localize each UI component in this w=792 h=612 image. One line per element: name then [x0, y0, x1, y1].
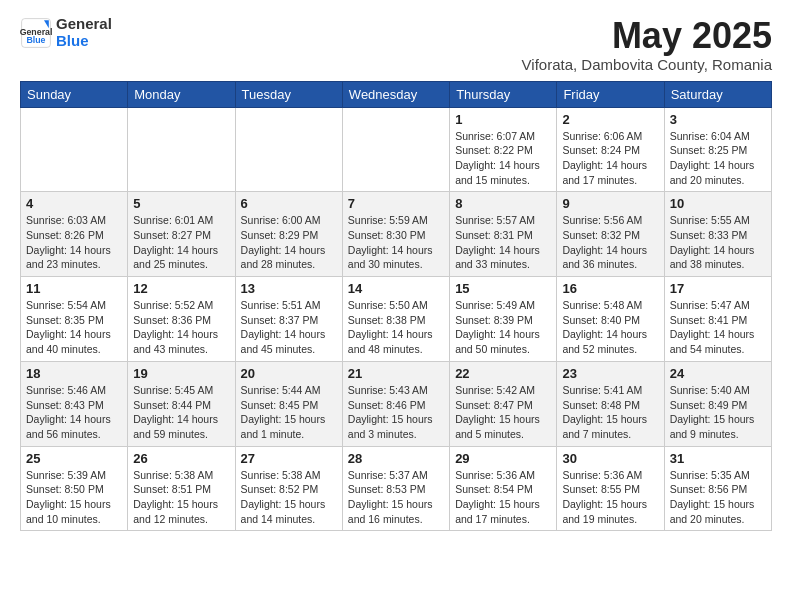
- day-number: 12: [133, 281, 229, 296]
- table-row: 28Sunrise: 5:37 AM Sunset: 8:53 PM Dayli…: [342, 446, 449, 531]
- day-detail: Sunrise: 5:47 AM Sunset: 8:41 PM Dayligh…: [670, 298, 766, 357]
- day-number: 29: [455, 451, 551, 466]
- day-detail: Sunrise: 5:46 AM Sunset: 8:43 PM Dayligh…: [26, 383, 122, 442]
- day-detail: Sunrise: 5:55 AM Sunset: 8:33 PM Dayligh…: [670, 213, 766, 272]
- table-row: 4Sunrise: 6:03 AM Sunset: 8:26 PM Daylig…: [21, 192, 128, 277]
- table-row: 25Sunrise: 5:39 AM Sunset: 8:50 PM Dayli…: [21, 446, 128, 531]
- table-row: 1Sunrise: 6:07 AM Sunset: 8:22 PM Daylig…: [450, 107, 557, 192]
- table-row: 12Sunrise: 5:52 AM Sunset: 8:36 PM Dayli…: [128, 277, 235, 362]
- day-number: 31: [670, 451, 766, 466]
- day-number: 27: [241, 451, 337, 466]
- table-row: 26Sunrise: 5:38 AM Sunset: 8:51 PM Dayli…: [128, 446, 235, 531]
- table-row: 9Sunrise: 5:56 AM Sunset: 8:32 PM Daylig…: [557, 192, 664, 277]
- day-detail: Sunrise: 5:43 AM Sunset: 8:46 PM Dayligh…: [348, 383, 444, 442]
- col-sunday: Sunday: [21, 81, 128, 107]
- location: Viforata, Dambovita County, Romania: [522, 56, 772, 73]
- calendar-header-row: Sunday Monday Tuesday Wednesday Thursday…: [21, 81, 772, 107]
- table-row: 19Sunrise: 5:45 AM Sunset: 8:44 PM Dayli…: [128, 361, 235, 446]
- day-detail: Sunrise: 6:03 AM Sunset: 8:26 PM Dayligh…: [26, 213, 122, 272]
- title-block: May 2025 Viforata, Dambovita County, Rom…: [522, 16, 772, 73]
- table-row: 27Sunrise: 5:38 AM Sunset: 8:52 PM Dayli…: [235, 446, 342, 531]
- day-number: 17: [670, 281, 766, 296]
- table-row: 7Sunrise: 5:59 AM Sunset: 8:30 PM Daylig…: [342, 192, 449, 277]
- day-detail: Sunrise: 5:38 AM Sunset: 8:51 PM Dayligh…: [133, 468, 229, 527]
- day-detail: Sunrise: 5:51 AM Sunset: 8:37 PM Dayligh…: [241, 298, 337, 357]
- day-number: 4: [26, 196, 122, 211]
- day-number: 3: [670, 112, 766, 127]
- table-row: 15Sunrise: 5:49 AM Sunset: 8:39 PM Dayli…: [450, 277, 557, 362]
- day-number: 9: [562, 196, 658, 211]
- day-number: 18: [26, 366, 122, 381]
- logo-text: General Blue: [56, 16, 112, 49]
- day-detail: Sunrise: 5:39 AM Sunset: 8:50 PM Dayligh…: [26, 468, 122, 527]
- table-row: 11Sunrise: 5:54 AM Sunset: 8:35 PM Dayli…: [21, 277, 128, 362]
- day-detail: Sunrise: 5:52 AM Sunset: 8:36 PM Dayligh…: [133, 298, 229, 357]
- day-detail: Sunrise: 5:36 AM Sunset: 8:54 PM Dayligh…: [455, 468, 551, 527]
- day-detail: Sunrise: 5:40 AM Sunset: 8:49 PM Dayligh…: [670, 383, 766, 442]
- day-number: 8: [455, 196, 551, 211]
- table-row: [21, 107, 128, 192]
- calendar-week-row: 25Sunrise: 5:39 AM Sunset: 8:50 PM Dayli…: [21, 446, 772, 531]
- header: General Blue General Blue May 2025 Vifor…: [20, 16, 772, 73]
- table-row: 29Sunrise: 5:36 AM Sunset: 8:54 PM Dayli…: [450, 446, 557, 531]
- table-row: 14Sunrise: 5:50 AM Sunset: 8:38 PM Dayli…: [342, 277, 449, 362]
- svg-text:Blue: Blue: [26, 34, 45, 44]
- day-number: 22: [455, 366, 551, 381]
- day-number: 14: [348, 281, 444, 296]
- day-detail: Sunrise: 5:59 AM Sunset: 8:30 PM Dayligh…: [348, 213, 444, 272]
- day-detail: Sunrise: 6:06 AM Sunset: 8:24 PM Dayligh…: [562, 129, 658, 188]
- table-row: 5Sunrise: 6:01 AM Sunset: 8:27 PM Daylig…: [128, 192, 235, 277]
- table-row: 31Sunrise: 5:35 AM Sunset: 8:56 PM Dayli…: [664, 446, 771, 531]
- table-row: 24Sunrise: 5:40 AM Sunset: 8:49 PM Dayli…: [664, 361, 771, 446]
- day-number: 20: [241, 366, 337, 381]
- day-number: 19: [133, 366, 229, 381]
- table-row: 30Sunrise: 5:36 AM Sunset: 8:55 PM Dayli…: [557, 446, 664, 531]
- day-number: 26: [133, 451, 229, 466]
- table-row: 20Sunrise: 5:44 AM Sunset: 8:45 PM Dayli…: [235, 361, 342, 446]
- day-detail: Sunrise: 6:01 AM Sunset: 8:27 PM Dayligh…: [133, 213, 229, 272]
- day-detail: Sunrise: 5:48 AM Sunset: 8:40 PM Dayligh…: [562, 298, 658, 357]
- table-row: [342, 107, 449, 192]
- col-thursday: Thursday: [450, 81, 557, 107]
- col-friday: Friday: [557, 81, 664, 107]
- day-detail: Sunrise: 5:36 AM Sunset: 8:55 PM Dayligh…: [562, 468, 658, 527]
- day-number: 7: [348, 196, 444, 211]
- table-row: 10Sunrise: 5:55 AM Sunset: 8:33 PM Dayli…: [664, 192, 771, 277]
- logo-general-text: General: [56, 16, 112, 33]
- logo: General Blue General Blue: [20, 16, 112, 49]
- day-number: 28: [348, 451, 444, 466]
- logo-icon: General Blue: [20, 17, 52, 49]
- table-row: 6Sunrise: 6:00 AM Sunset: 8:29 PM Daylig…: [235, 192, 342, 277]
- day-detail: Sunrise: 5:42 AM Sunset: 8:47 PM Dayligh…: [455, 383, 551, 442]
- table-row: 21Sunrise: 5:43 AM Sunset: 8:46 PM Dayli…: [342, 361, 449, 446]
- table-row: 3Sunrise: 6:04 AM Sunset: 8:25 PM Daylig…: [664, 107, 771, 192]
- day-detail: Sunrise: 5:50 AM Sunset: 8:38 PM Dayligh…: [348, 298, 444, 357]
- day-number: 15: [455, 281, 551, 296]
- table-row: 2Sunrise: 6:06 AM Sunset: 8:24 PM Daylig…: [557, 107, 664, 192]
- table-row: 23Sunrise: 5:41 AM Sunset: 8:48 PM Dayli…: [557, 361, 664, 446]
- calendar: Sunday Monday Tuesday Wednesday Thursday…: [20, 81, 772, 532]
- day-detail: Sunrise: 5:56 AM Sunset: 8:32 PM Dayligh…: [562, 213, 658, 272]
- col-saturday: Saturday: [664, 81, 771, 107]
- page: General Blue General Blue May 2025 Vifor…: [0, 0, 792, 547]
- day-detail: Sunrise: 5:41 AM Sunset: 8:48 PM Dayligh…: [562, 383, 658, 442]
- table-row: 18Sunrise: 5:46 AM Sunset: 8:43 PM Dayli…: [21, 361, 128, 446]
- month-year: May 2025: [522, 16, 772, 56]
- table-row: 17Sunrise: 5:47 AM Sunset: 8:41 PM Dayli…: [664, 277, 771, 362]
- col-monday: Monday: [128, 81, 235, 107]
- day-number: 30: [562, 451, 658, 466]
- logo-blue-text: Blue: [56, 33, 112, 50]
- day-detail: Sunrise: 5:35 AM Sunset: 8:56 PM Dayligh…: [670, 468, 766, 527]
- day-detail: Sunrise: 5:49 AM Sunset: 8:39 PM Dayligh…: [455, 298, 551, 357]
- day-detail: Sunrise: 5:38 AM Sunset: 8:52 PM Dayligh…: [241, 468, 337, 527]
- day-number: 21: [348, 366, 444, 381]
- day-detail: Sunrise: 5:57 AM Sunset: 8:31 PM Dayligh…: [455, 213, 551, 272]
- day-detail: Sunrise: 6:04 AM Sunset: 8:25 PM Dayligh…: [670, 129, 766, 188]
- col-tuesday: Tuesday: [235, 81, 342, 107]
- calendar-week-row: 18Sunrise: 5:46 AM Sunset: 8:43 PM Dayli…: [21, 361, 772, 446]
- table-row: [128, 107, 235, 192]
- day-number: 24: [670, 366, 766, 381]
- day-number: 13: [241, 281, 337, 296]
- col-wednesday: Wednesday: [342, 81, 449, 107]
- day-detail: Sunrise: 5:44 AM Sunset: 8:45 PM Dayligh…: [241, 383, 337, 442]
